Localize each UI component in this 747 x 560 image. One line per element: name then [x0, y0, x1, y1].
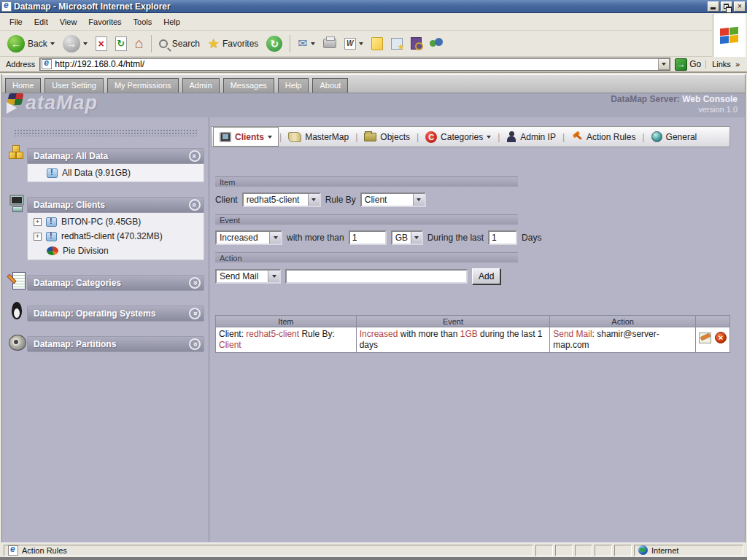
page-viewport: Home User Setting My Permissions Admin M… [1, 74, 746, 542]
chevron-down-icon[interactable] [268, 271, 279, 282]
amount-input[interactable] [349, 230, 387, 245]
client-select[interactable]: redhat5-client [242, 192, 321, 207]
tab-objects[interactable]: Objects [358, 127, 416, 147]
back-dropdown-icon[interactable] [50, 42, 55, 45]
tab-general[interactable]: General [646, 127, 703, 147]
links-overflow-icon[interactable]: » [735, 60, 740, 69]
chevron-down-icon[interactable] [411, 232, 422, 244]
add-button[interactable]: Add [472, 268, 500, 284]
section-header-categories[interactable]: Datamap: Categories « [27, 275, 204, 291]
client-select-value: redhat5-client [244, 195, 308, 205]
mail-input[interactable] [285, 269, 468, 284]
ruleby-select[interactable]: Client [360, 192, 426, 207]
note-icon [371, 37, 383, 50]
stop-button[interactable]: × [93, 35, 110, 52]
expand-chevron-icon[interactable]: « [189, 308, 201, 319]
links-bar[interactable]: Links » [705, 60, 746, 69]
unit-select[interactable]: GB [391, 230, 423, 245]
nav-tab-user-setting[interactable]: User Setting [44, 78, 104, 93]
nav-tab-home[interactable]: Home [5, 78, 41, 93]
event-type-select[interactable]: Increased [215, 230, 282, 245]
section-header-partitions[interactable]: Datamap: Partitions « [27, 336, 204, 352]
section-header-operating-systems[interactable]: Datamap: Operating Systems « [27, 306, 204, 322]
menu-favorites[interactable]: Favorites [83, 15, 126, 28]
menu-view[interactable]: View [55, 15, 82, 28]
history-button[interactable]: ↻ [263, 34, 285, 53]
edit-word-button[interactable]: W [341, 36, 366, 51]
refresh-button[interactable]: ↻ [112, 35, 130, 52]
nav-tab-help[interactable]: Help [278, 78, 309, 93]
collapse-chevron-icon[interactable]: « [189, 199, 201, 211]
address-dropdown-button[interactable] [658, 58, 670, 70]
section-all-data: Datamap: All Data « All Data (9.91GB) [8, 148, 204, 182]
nav-tab-my-permissions[interactable]: My Permissions [107, 78, 179, 93]
restore-button[interactable] [721, 1, 732, 12]
close-button[interactable]: × [734, 1, 746, 12]
edit-star-button[interactable] [388, 36, 406, 51]
rule-event-cell: Increased with more than 1GB during the … [356, 327, 550, 353]
nav-tab-admin[interactable]: Admin [182, 78, 220, 93]
tree-item-all-data[interactable]: All Data (9.91GB) [28, 166, 204, 180]
back-icon: ← [7, 35, 25, 52]
status-pane [614, 545, 632, 556]
go-button[interactable]: → Go [670, 58, 705, 71]
data-alert-icon [46, 217, 57, 227]
chevron-down-icon[interactable] [413, 194, 425, 206]
forward-dropdown-icon[interactable] [83, 42, 88, 45]
home-icon: ⌂ [135, 35, 144, 52]
nav-tab-messages[interactable]: Messages [223, 78, 274, 93]
chevron-down-icon[interactable] [308, 194, 320, 206]
ruleby-select-value: Client [362, 195, 413, 205]
back-button[interactable]: ← Back [4, 34, 58, 54]
tab-admin-ip[interactable]: Admin IP [500, 127, 562, 147]
event-text: with more than [398, 329, 460, 339]
section-header-clients[interactable]: Datamap: Clients « [27, 197, 204, 213]
research-button[interactable] [408, 36, 425, 51]
delete-rule-icon[interactable]: × [715, 332, 727, 343]
note-button[interactable] [368, 36, 386, 52]
home-button[interactable]: ⌂ [132, 34, 147, 53]
edit-rule-icon[interactable] [699, 332, 711, 343]
tree-item-redhat5-client[interactable]: + redhat5-client (470.32MB) [28, 229, 204, 244]
forward-button[interactable]: → [60, 34, 90, 54]
expand-chevron-icon[interactable]: « [189, 338, 201, 350]
go-label: Go [689, 59, 701, 69]
messenger-button[interactable] [427, 36, 446, 51]
address-field[interactable]: http://192.168.0.4/html/ [39, 58, 670, 71]
search-button[interactable]: Search [156, 37, 203, 50]
tab-clients[interactable]: Clients [213, 127, 279, 147]
tab-mastermap[interactable]: MasterMap [282, 127, 355, 147]
mail-dropdown-icon[interactable] [311, 42, 315, 45]
chevron-down-icon[interactable] [487, 136, 491, 139]
address-url[interactable]: http://192.168.0.4/html/ [55, 59, 655, 69]
print-button[interactable] [320, 37, 339, 50]
expand-plus-icon[interactable]: + [34, 218, 42, 226]
tab-action-rules[interactable]: Action Rules [565, 127, 641, 147]
action-type-value: Send Mail [217, 271, 268, 281]
menu-edit[interactable]: Edit [29, 15, 53, 28]
tree-item-pie-division[interactable]: Pie Division [28, 244, 204, 258]
menu-help[interactable]: Help [158, 15, 185, 28]
tab-label: Objects [380, 132, 410, 142]
minimize-button[interactable] [708, 1, 719, 12]
unit-select-value: GB [392, 233, 411, 243]
mail-button[interactable]: ✉ [295, 35, 317, 52]
action-type-select[interactable]: Send Mail [215, 269, 281, 284]
menu-tools[interactable]: Tools [128, 15, 158, 28]
section-header-all-data[interactable]: Datamap: All Data « [27, 148, 204, 164]
ruleby-label: Rule By [325, 195, 356, 205]
menu-file[interactable]: File [4, 15, 28, 28]
chevron-down-icon[interactable] [269, 232, 281, 244]
event-row: Increased with more than GB During the l… [215, 230, 730, 245]
tree-item-biton-pc[interactable]: + BITON-PC (9.45GB) [28, 214, 204, 229]
expand-chevron-icon[interactable]: « [189, 277, 201, 289]
favorites-button[interactable]: ★ Favorites [205, 34, 262, 53]
expand-plus-icon[interactable]: + [34, 233, 42, 241]
edit-dropdown-icon[interactable] [359, 42, 363, 45]
nav-tab-about[interactable]: About [312, 78, 348, 93]
tab-categories[interactable]: C Categories [419, 127, 497, 147]
collapse-chevron-icon[interactable]: « [189, 150, 201, 162]
chevron-down-icon[interactable] [268, 136, 272, 139]
days-input[interactable] [488, 230, 517, 245]
site-nav-strip: Home User Setting My Permissions Admin M… [2, 74, 745, 93]
